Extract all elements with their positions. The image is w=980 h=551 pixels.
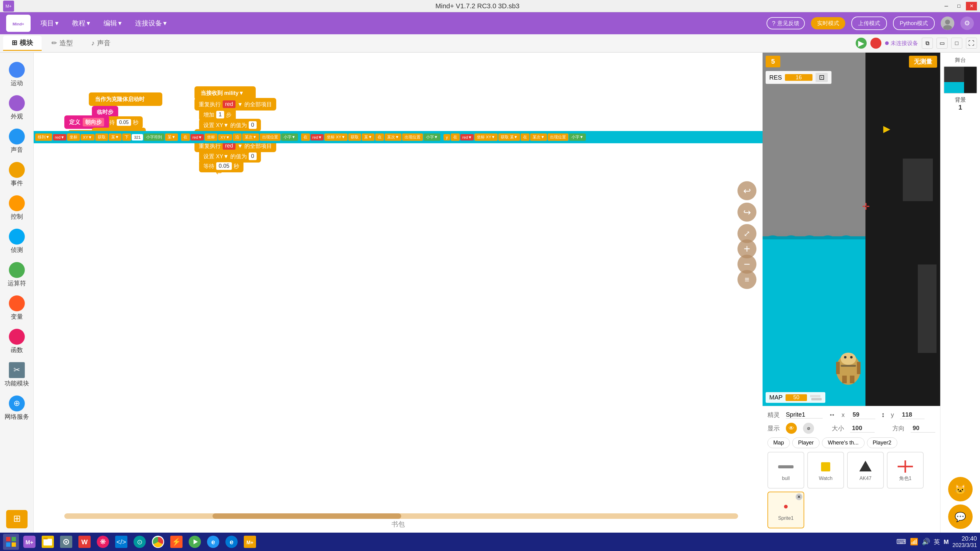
sidebar-item-events[interactable]: 事件	[2, 159, 32, 191]
sprite-name-input[interactable]	[786, 411, 822, 418]
sidebar-item-looks[interactable]: 外观	[2, 92, 32, 124]
maximize-button[interactable]: □	[953, 2, 964, 10]
start-button[interactable]	[3, 534, 19, 550]
view-medium-button[interactable]: ▭	[937, 38, 948, 49]
stage-thumbnail[interactable]	[943, 66, 977, 94]
sprite-card-role1[interactable]: 角色1	[887, 452, 924, 489]
add-backdrop-button[interactable]: 💬	[948, 505, 973, 529]
avatar[interactable]	[941, 16, 954, 30]
view-small-button[interactable]: ⧉	[922, 38, 933, 49]
sprite-filter-tabs: Map Player Where's th... Player2	[767, 437, 935, 448]
tab-blocks[interactable]: ⊞ 模块	[3, 36, 41, 51]
delete-sprite-button[interactable]: ✕	[795, 494, 802, 500]
taskbar-arduino[interactable]: ⊙	[132, 534, 148, 550]
map-slider[interactable]	[810, 395, 822, 400]
h-scrollbar[interactable]	[64, 513, 738, 519]
taskbar-petal[interactable]: ❋	[95, 534, 111, 550]
sprite-tab-wheres[interactable]: Where's th...	[822, 437, 864, 448]
block-clone-start-left[interactable]: 当作为克隆体启动时	[89, 92, 162, 106]
taskbar: M+ W ❋ </> ⊙ ⚡ e e M+ ⌨ 📶 🔊 英 M	[0, 533, 980, 551]
h-scrollbar-thumb[interactable]	[213, 513, 401, 519]
strip-red-3: red▼	[310, 134, 324, 140]
block-canvas[interactable]: 当作为克隆体启动时 临时步 等待 0.05 秒 定义 朝向步	[34, 52, 762, 533]
strip-block-12: 某次▼	[242, 133, 259, 141]
svg-point-26	[784, 505, 788, 508]
logo: Mind+	[6, 15, 30, 32]
redo-button[interactable]: ↪	[737, 203, 756, 222]
sprite-card-bull[interactable]: bull	[767, 452, 804, 489]
menu-tutorial[interactable]: 教程 ▾	[68, 17, 94, 30]
strip-green-4: 小字▼	[569, 133, 586, 141]
expand-button[interactable]: ⊞	[6, 510, 27, 530]
close-button[interactable]: ✕	[966, 2, 977, 10]
menu-connect[interactable]: 连接设备 ▾	[131, 17, 170, 30]
sidebar: 运动 外观 声音 事件 控制 侦测 运算符 变量	[0, 52, 34, 533]
sprite-tab-map[interactable]: Map	[767, 437, 790, 448]
svg-point-18	[844, 356, 846, 359]
taskbar-mindplus2[interactable]: M+	[242, 534, 258, 550]
strip-block-11: 沿	[233, 133, 242, 141]
menu-edit[interactable]: 编辑 ▾	[100, 17, 125, 30]
taskbar-files[interactable]	[40, 534, 56, 550]
add-sprite-button[interactable]: 🐱	[948, 477, 973, 502]
taskbar-edge[interactable]: e	[224, 534, 240, 550]
fullscreen-button[interactable]: ⛶	[966, 38, 977, 49]
feedback-button[interactable]: ? 意见反馈	[767, 17, 805, 29]
svg-text:M+: M+	[247, 540, 254, 545]
python-mode-button[interactable]: Python模式	[893, 16, 935, 30]
taskbar-flash[interactable]: ⚡	[169, 534, 185, 550]
upload-mode-button[interactable]: 上传模式	[851, 16, 887, 30]
taskbar-game[interactable]	[187, 534, 203, 550]
show-eye-button[interactable]: 👁	[786, 423, 797, 434]
sprite-tab-player[interactable]: Player	[792, 437, 819, 448]
modules-icon: ✂	[9, 362, 25, 378]
sidebar-item-modules[interactable]: ✂ 功能模块	[2, 359, 32, 391]
stop-button[interactable]	[870, 38, 881, 49]
strip-green-3: 小字▼	[423, 133, 441, 141]
realtime-mode-button[interactable]: 实时模式	[811, 17, 845, 29]
sidebar-item-motion[interactable]: 运动	[2, 59, 32, 90]
center-button[interactable]: ≡	[737, 270, 756, 289]
strip-block-15: 坐标 XY▼	[324, 133, 348, 141]
tab-costume[interactable]: ✏ 造型	[43, 36, 81, 50]
run-button[interactable]: ▶	[856, 38, 867, 49]
taskbar-chrome[interactable]	[150, 534, 166, 550]
sprite-card-sprite1[interactable]: ✕ Sprite1	[767, 492, 804, 528]
res-slider[interactable]: ⊡	[816, 73, 828, 82]
menu-project[interactable]: 项目 ▾	[37, 17, 62, 30]
hide-eye-button[interactable]: ⊘	[803, 423, 814, 434]
sprite-show-row: 显示 👁 ⊘ 大小 100 方向 90	[767, 423, 935, 434]
settings-button[interactable]: ⚙	[960, 16, 974, 30]
sprite-card-watch[interactable]: Watch	[807, 452, 844, 489]
svg-text:W: W	[81, 538, 88, 546]
sprites-grid: bull Watch AK47	[767, 452, 935, 528]
taskbar-settings[interactable]	[58, 534, 74, 550]
sidebar-item-functions[interactable]: 函数	[2, 326, 32, 357]
control-icon	[9, 195, 25, 211]
view-large-button[interactable]: □	[951, 38, 962, 49]
sidebar-item-variables[interactable]: 变量	[2, 292, 32, 324]
sprite-card-ak47[interactable]: AK47	[847, 452, 884, 489]
taskbar-ie[interactable]: e	[205, 534, 221, 550]
minimize-button[interactable]: ─	[941, 2, 952, 10]
stage-area: ▶ ✛ 5 无测量 RES 16 ⊡ MAP 50	[762, 52, 940, 533]
taskbar-mindplus[interactable]: M+	[21, 534, 37, 550]
sidebar-item-operators[interactable]: 运算符	[2, 259, 32, 291]
taskbar-vscode[interactable]: </>	[113, 534, 129, 550]
sprite-tab-player2[interactable]: Player2	[867, 437, 897, 448]
block-define[interactable]: 定义 朝向步	[64, 115, 109, 129]
sprite-info-row: 精灵 ↔ x 59 ↕ y 118	[767, 411, 935, 419]
backpack-label: 书包	[34, 520, 762, 529]
wave-decoration	[762, 235, 865, 240]
tab-sound[interactable]: ♪ 声音	[83, 36, 119, 50]
taskbar-wps[interactable]: W	[76, 534, 92, 550]
score-badge: 5	[766, 56, 780, 67]
undo-button[interactable]: ↩	[737, 181, 756, 200]
sidebar-item-sound[interactable]: 声音	[2, 125, 32, 157]
svg-rect-16	[857, 362, 861, 374]
sidebar-item-network[interactable]: ⊕ 网络服务	[2, 392, 32, 424]
sidebar-item-control[interactable]: 控制	[2, 192, 32, 224]
sidebar-item-sensing[interactable]: 侦测	[2, 225, 32, 257]
svg-text:⊕: ⊕	[13, 399, 20, 408]
platform-1	[903, 159, 932, 201]
